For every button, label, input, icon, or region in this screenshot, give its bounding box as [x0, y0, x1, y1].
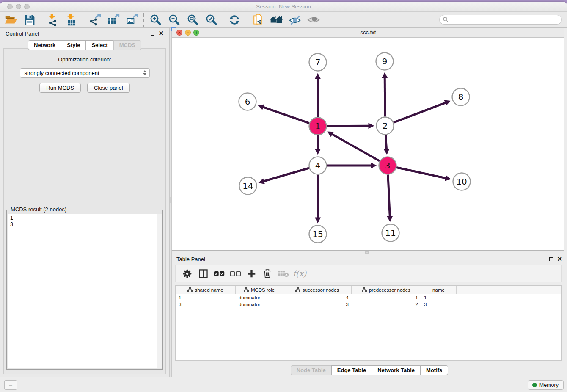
- edge-3-1[interactable]: [327, 132, 380, 161]
- attribute-icon: [187, 287, 193, 292]
- node-1[interactable]: 1: [309, 118, 327, 135]
- edge-2-3[interactable]: [383, 135, 389, 155]
- close-window-icon[interactable]: [7, 4, 13, 9]
- function-builder-button[interactable]: f(x): [292, 266, 308, 281]
- edge-1-7[interactable]: [315, 73, 321, 117]
- close-panel-icon[interactable]: ✕: [557, 257, 562, 262]
- zoom-in-button[interactable]: [146, 13, 165, 27]
- splitter-handle[interactable]: [170, 197, 171, 203]
- tab-select[interactable]: Select: [85, 40, 113, 50]
- open-session-button[interactable]: [2, 13, 20, 27]
- import-table-button[interactable]: [62, 13, 81, 27]
- import-network-button[interactable]: [44, 13, 62, 27]
- network-frame-titlebar[interactable]: × − + scc.txt: [172, 28, 564, 38]
- export-network-button[interactable]: [85, 13, 104, 27]
- edge-3-11[interactable]: [387, 174, 393, 222]
- node-14[interactable]: 14: [239, 177, 257, 195]
- show-columns-button[interactable]: [195, 266, 211, 281]
- unselect-all-rows-button[interactable]: [227, 266, 243, 281]
- tab-network-table[interactable]: Network Table: [372, 365, 421, 375]
- zoom-selected-icon: [205, 14, 217, 26]
- network-canvas[interactable]: 7968124314101511: [172, 38, 564, 250]
- delete-column-button[interactable]: [259, 266, 275, 281]
- node-9[interactable]: 9: [376, 53, 394, 70]
- node-11[interactable]: 11: [382, 224, 399, 242]
- tab-mcds[interactable]: MCDS: [113, 40, 141, 50]
- zoom-fit-button[interactable]: [183, 13, 202, 27]
- toolbar-separator: [143, 13, 144, 27]
- table-row[interactable]: 3dominator323: [176, 301, 561, 308]
- mcds-result-textarea[interactable]: 13: [8, 214, 162, 368]
- node-4[interactable]: 4: [309, 157, 327, 174]
- minimize-window-icon[interactable]: [16, 4, 21, 9]
- node-6[interactable]: 6: [239, 93, 256, 110]
- clone-network-button[interactable]: [248, 13, 267, 27]
- horizontal-splitter[interactable]: [172, 251, 567, 254]
- fx-icon: f(x): [293, 269, 307, 278]
- edge-1-2[interactable]: [327, 123, 374, 129]
- tab-motifs[interactable]: Motifs: [420, 365, 448, 375]
- task-history-button[interactable]: ≡: [4, 380, 17, 390]
- frame-close-icon[interactable]: ×: [176, 30, 182, 36]
- edge-2-8[interactable]: [394, 100, 451, 122]
- node-7[interactable]: 7: [309, 54, 327, 71]
- toolbar-separator: [246, 13, 246, 27]
- export-table-button[interactable]: [104, 13, 123, 27]
- table-panel-tabs: Node TableEdge TableNetwork TableMotifs: [172, 365, 567, 375]
- node-2[interactable]: 2: [377, 117, 394, 135]
- delete-table-icon: [278, 270, 289, 278]
- tab-edge-table[interactable]: Edge Table: [331, 365, 372, 375]
- save-session-button[interactable]: [20, 13, 39, 27]
- tab-node-table[interactable]: Node Table: [291, 365, 332, 375]
- close-panel-icon[interactable]: ✕: [158, 31, 164, 36]
- node-3[interactable]: 3: [379, 157, 396, 174]
- network-frame-title: scc.txt: [172, 28, 564, 37]
- delete-table-button[interactable]: [275, 266, 292, 281]
- float-panel-icon[interactable]: [549, 257, 553, 261]
- close-panel-button[interactable]: Close panel: [87, 83, 130, 93]
- edge-4-3[interactable]: [327, 163, 377, 168]
- refresh-view-button[interactable]: [225, 13, 244, 27]
- home-button[interactable]: [267, 13, 286, 27]
- column-header-shared-name[interactable]: shared name: [176, 286, 236, 294]
- maximize-window-icon[interactable]: [24, 4, 30, 9]
- column-header-MCDS-role[interactable]: MCDS role: [236, 286, 283, 294]
- edge-2-9[interactable]: [382, 72, 388, 116]
- edge-1-6[interactable]: [258, 104, 309, 123]
- splitter-handle[interactable]: [365, 251, 369, 254]
- frame-minimize-icon[interactable]: −: [185, 30, 191, 36]
- run-mcds-button[interactable]: Run MCDS: [39, 83, 81, 93]
- float-panel-icon[interactable]: [151, 32, 154, 36]
- search-input[interactable]: [439, 15, 562, 25]
- table-settings-button[interactable]: [179, 266, 195, 281]
- show-all-button[interactable]: [304, 13, 323, 27]
- result-scrollbar[interactable]: [157, 214, 162, 368]
- tab-network[interactable]: Network: [28, 40, 61, 50]
- column-header-name[interactable]: name: [421, 286, 457, 294]
- checked-boxes-icon: [214, 271, 225, 277]
- table-row[interactable]: 1dominator411: [176, 294, 561, 301]
- zoom-selected-button[interactable]: [202, 13, 220, 27]
- add-column-button[interactable]: [243, 266, 259, 281]
- window-titlebar[interactable]: Session: New Session: [0, 2, 567, 12]
- memory-button[interactable]: Memory: [528, 380, 564, 390]
- edge-1-4[interactable]: [315, 135, 321, 155]
- node-15[interactable]: 15: [309, 226, 327, 243]
- column-header-successor-nodes[interactable]: successor nodes: [283, 286, 352, 294]
- export-image-button[interactable]: [123, 13, 141, 27]
- node-label: 14: [242, 181, 253, 191]
- tab-style[interactable]: Style: [61, 40, 86, 50]
- node-8[interactable]: 8: [452, 88, 470, 106]
- hide-selected-button[interactable]: [286, 13, 304, 27]
- node-label: 9: [382, 56, 388, 66]
- node-10[interactable]: 10: [453, 173, 471, 190]
- column-header-predecessor-nodes[interactable]: predecessor nodes: [352, 286, 421, 294]
- select-all-rows-button[interactable]: [211, 266, 227, 281]
- zoom-out-button[interactable]: [165, 13, 183, 27]
- export-table-icon: [107, 14, 120, 26]
- edge-4-15[interactable]: [315, 175, 321, 224]
- criterion-dropdown[interactable]: strongly connected component: [20, 68, 150, 78]
- frame-maximize-icon[interactable]: +: [193, 30, 199, 36]
- edge-3-10[interactable]: [396, 168, 451, 181]
- edge-4-14[interactable]: [258, 168, 309, 184]
